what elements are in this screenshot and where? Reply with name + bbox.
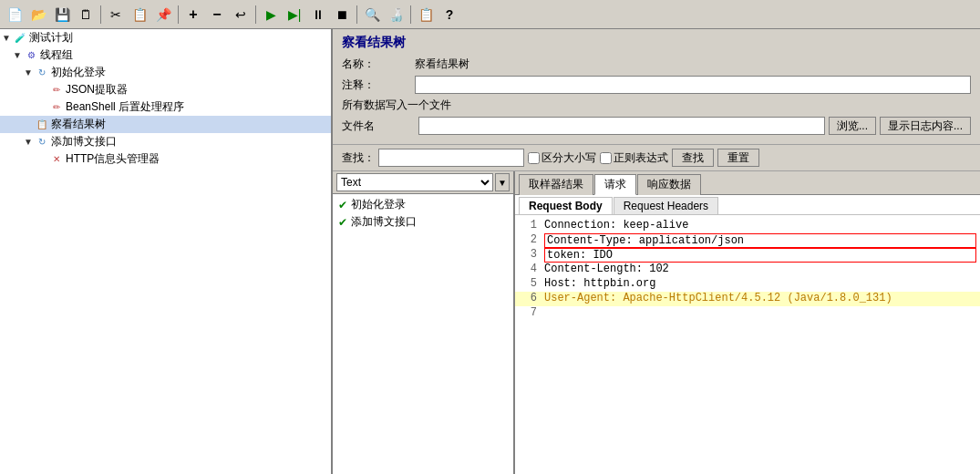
- saveas-button[interactable]: 🗒: [75, 4, 97, 26]
- sep4: [356, 5, 357, 24]
- line-content: Host: httpbin.org: [544, 277, 976, 292]
- expand-icon: ▼: [2, 33, 13, 43]
- expand-icon: ▶: [38, 154, 49, 164]
- tree-label: 测试计划: [29, 30, 73, 46]
- text-panel-select[interactable]: Text: [336, 173, 493, 191]
- filename-label: 文件名: [342, 118, 415, 134]
- browse-file-button[interactable]: 浏览...: [829, 117, 876, 135]
- name-row: 名称： 察看结果树: [342, 57, 971, 72]
- tree-item-test-plan[interactable]: ▼ 🧪 测试计划: [0, 29, 331, 46]
- sep1: [100, 5, 101, 24]
- paste-button[interactable]: 📌: [152, 4, 174, 26]
- code-line-1: 1 Connection: keep-alive: [515, 219, 980, 233]
- tree-label: 初始化登录: [51, 65, 106, 80]
- processor-icon: ✏: [49, 100, 64, 115]
- text-panel-arrow[interactable]: ▼: [495, 173, 510, 191]
- save-button[interactable]: 💾: [51, 4, 73, 26]
- main-container: ▼ 🧪 测试计划 ▼ ⚙ 线程组 ▼ ↻ 初始化登录 ▶ ✏ JSON提取器 ▶…: [0, 29, 980, 474]
- remove-button[interactable]: −: [206, 4, 228, 26]
- template-button[interactable]: 📋: [415, 4, 437, 26]
- tree-item-http-manager[interactable]: ▶ ✕ HTTP信息头管理器: [0, 150, 331, 168]
- run-button[interactable]: ▶: [260, 4, 282, 26]
- tree-label: JSON提取器: [66, 82, 128, 98]
- run-all-button[interactable]: ▶|: [284, 4, 305, 26]
- line-content: token: IDO: [544, 248, 976, 263]
- comment-row: 注释：: [342, 76, 971, 94]
- filename-input[interactable]: [418, 117, 825, 135]
- cut-button[interactable]: ✂: [105, 4, 127, 26]
- case-sensitive-checkbox[interactable]: [528, 152, 540, 164]
- write-all-row: 所有数据写入一个文件: [342, 98, 971, 113]
- expand-icon: ▶: [38, 102, 49, 112]
- line-number: 6: [519, 292, 537, 306]
- search-button[interactable]: 查找: [672, 149, 714, 167]
- search-input[interactable]: [378, 149, 524, 167]
- new-button[interactable]: 📄: [4, 4, 26, 26]
- list-item-label: 添加博文接口: [351, 214, 417, 230]
- case-sensitive-item: 区分大小写: [528, 150, 596, 166]
- status-icon-green: ✔: [338, 199, 347, 211]
- open-button[interactable]: 📂: [27, 4, 49, 26]
- group-icon: ⚙: [24, 48, 38, 63]
- extractor-icon: ✏: [49, 83, 64, 98]
- line-number: 1: [519, 219, 537, 233]
- search-row: 查找： 区分大小写 正则表达式 查找 重置: [333, 145, 980, 171]
- main-tab-bar: 取样器结果 请求 响应数据: [515, 171, 980, 195]
- result-panel: 取样器结果 请求 响应数据 Request Body Request H: [515, 171, 980, 474]
- log-content-button[interactable]: 显示日志内容...: [880, 117, 971, 135]
- comment-input[interactable]: [415, 76, 971, 94]
- pause-button[interactable]: ⏸: [307, 4, 329, 26]
- stop-button[interactable]: ⏹: [331, 4, 353, 26]
- code-line-2: 2 Content-Type: application/json: [515, 233, 980, 248]
- code-line-3: 3 token: IDO: [515, 248, 980, 263]
- plan-icon: 🧪: [13, 31, 27, 46]
- tree-label: 添加博文接口: [51, 134, 117, 149]
- line-number: 3: [519, 248, 537, 263]
- tree-item-add-blog[interactable]: ▼ ↻ 添加博文接口: [0, 133, 331, 150]
- regex-checkbox[interactable]: [600, 152, 612, 164]
- line-content: Content-Type: application/json: [544, 233, 976, 248]
- test-tree-panel: ▼ 🧪 测试计划 ▼ ⚙ 线程组 ▼ ↻ 初始化登录 ▶ ✏ JSON提取器 ▶…: [0, 29, 333, 474]
- line-number: 4: [519, 263, 537, 277]
- code-line-7: 7: [515, 306, 980, 321]
- tree-label: 察看结果树: [51, 117, 106, 132]
- name-value: 察看结果树: [415, 57, 469, 72]
- tree-item-json-extractor[interactable]: ▶ ✏ JSON提取器: [0, 81, 331, 98]
- line-content: Content-Length: 102: [544, 263, 976, 277]
- code-line-4: 4 Content-Length: 102: [515, 263, 980, 277]
- sub-tab-request-headers[interactable]: Request Headers: [614, 197, 718, 214]
- tab-response-data[interactable]: 响应数据: [637, 174, 701, 195]
- tree-item-thread-group[interactable]: ▼ ⚙ 线程组: [0, 46, 331, 64]
- help-button[interactable]: ?: [438, 4, 460, 26]
- binoculars-button[interactable]: 🔍: [361, 4, 383, 26]
- listener-icon: 📋: [35, 118, 49, 132]
- tree-label: HTTP信息头管理器: [66, 151, 160, 167]
- text-panel-header: Text ▼: [333, 171, 513, 194]
- tree-item-beanshell[interactable]: ▶ ✏ BeanShell 后置处理程序: [0, 98, 331, 116]
- report-button[interactable]: 🍶: [385, 4, 407, 26]
- sep5: [410, 5, 411, 24]
- line-number: 2: [519, 233, 537, 248]
- tree-item-init-login[interactable]: ▼ ↻ 初始化登录: [0, 64, 331, 81]
- copy-button[interactable]: 📋: [129, 4, 150, 26]
- expand-icon: ▶: [38, 85, 49, 95]
- tree-item-result-tree[interactable]: ▶ 📋 察看结果树: [0, 116, 331, 133]
- sub-tab-request-body[interactable]: Request Body: [519, 197, 613, 214]
- name-label: 名称：: [342, 57, 415, 72]
- reset-button[interactable]: 重置: [717, 149, 759, 167]
- line-content: [544, 306, 976, 321]
- back-button[interactable]: ↩: [230, 4, 252, 26]
- tree-label: 线程组: [40, 47, 73, 63]
- list-item-init-login[interactable]: ✔ 初始化登录: [336, 196, 510, 213]
- expand-icon: ▼: [13, 50, 24, 60]
- controller-icon: ↻: [35, 66, 49, 80]
- write-all-label: 所有数据写入一个文件: [342, 98, 451, 113]
- panel-title: 察看结果树: [342, 35, 971, 51]
- regex-label: 正则表达式: [614, 150, 668, 166]
- sub-tab-bar: Request Body Request Headers: [515, 195, 980, 215]
- add-button[interactable]: +: [182, 4, 204, 26]
- tab-sampler-result[interactable]: 取样器结果: [519, 174, 593, 195]
- regex-item: 正则表达式: [600, 150, 668, 166]
- list-item-add-blog[interactable]: ✔ 添加博文接口: [336, 213, 510, 231]
- tab-request[interactable]: 请求: [594, 174, 636, 195]
